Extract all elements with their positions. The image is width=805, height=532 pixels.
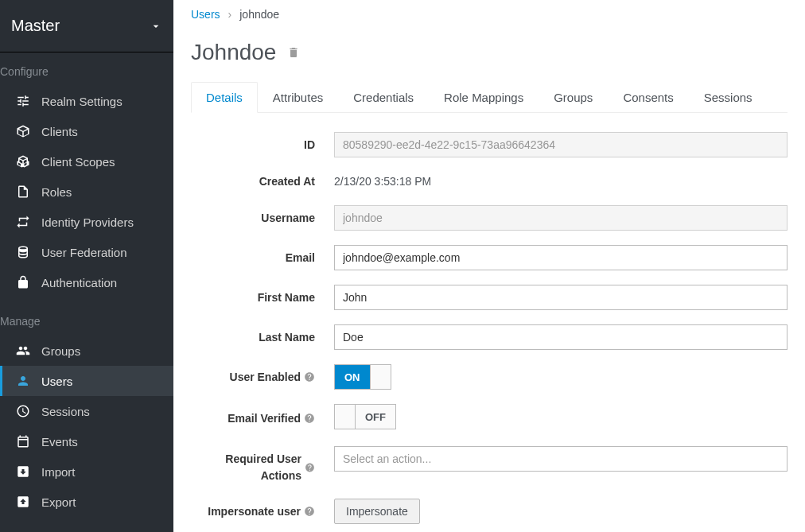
sidebar-item-label: Export [41,495,76,509]
email-verified-toggle[interactable]: OFF [334,404,396,429]
database-icon [16,245,30,259]
calendar-icon [16,434,30,449]
tab-attributes[interactable]: Attributes [258,82,338,113]
sliders-icon [16,94,30,108]
tabs: Details Attributes Credentials Role Mapp… [191,81,788,113]
sidebar-item-export[interactable]: Export [0,487,173,517]
exchange-icon [16,215,30,229]
trash-icon[interactable] [287,45,300,60]
tab-consents[interactable]: Consents [608,82,688,113]
breadcrumb: Users › johndoe [173,0,805,29]
user-enabled-label: User Enabled [230,371,301,383]
configure-header: Configure [0,52,173,86]
sidebar-item-label: Roles [41,185,72,199]
realm-selector[interactable]: Master [0,0,173,52]
last-name-label: Last Name [191,331,334,344]
last-name-field[interactable] [334,324,788,350]
sidebar-item-identity-providers[interactable]: Identity Providers [0,207,173,237]
help-icon[interactable] [305,462,315,473]
cubes-icon [16,154,30,169]
email-verified-label: Email Verified [228,412,301,425]
sidebar-item-authentication[interactable]: Authentication [0,267,173,297]
first-name-field[interactable] [334,285,788,310]
tab-groups[interactable]: Groups [539,82,608,113]
toggle-handle [335,405,356,429]
user-enabled-toggle[interactable]: ON [334,364,391,390]
page-title: Johndoe [191,40,276,65]
sidebar-item-realm-settings[interactable]: Realm Settings [0,86,173,116]
impersonate-label: Impersonate user [208,505,301,518]
sidebar-item-users[interactable]: Users [0,366,173,396]
sidebar-item-label: Authentication [41,276,117,289]
sidebar-item-clients[interactable]: Clients [0,116,173,146]
toggle-off-label: OFF [356,405,395,429]
breadcrumb-current: johndoe [239,8,279,21]
sidebar-item-label: Import [41,465,76,479]
realm-name: Master [11,17,60,35]
sidebar-item-label: Clients [41,125,78,138]
created-at-value: 2/13/20 3:53:18 PM [334,172,788,191]
sidebar-item-label: Sessions [41,405,90,418]
id-label: ID [191,138,334,151]
toggle-handle [370,365,391,389]
username-label: Username [191,212,334,224]
help-icon[interactable] [304,413,315,424]
email-field[interactable] [334,245,788,270]
sidebar-item-label: User Federation [41,246,127,259]
manage-header: Manage [0,297,173,336]
sidebar-item-label: Identity Providers [41,216,134,229]
breadcrumb-separator: › [228,8,232,21]
sidebar-item-client-scopes[interactable]: Client Scopes [0,146,173,177]
sidebar-item-events[interactable]: Events [0,426,173,456]
tab-details[interactable]: Details [191,82,258,113]
sidebar-item-user-federation[interactable]: User Federation [0,237,173,267]
users-icon [16,344,30,358]
id-field [334,132,788,157]
sidebar-item-sessions[interactable]: Sessions [0,396,173,426]
sidebar-item-roles[interactable]: Roles [0,177,173,207]
required-actions-field[interactable] [334,446,788,472]
tab-sessions[interactable]: Sessions [689,82,768,113]
sidebar-item-label: Groups [41,344,80,358]
help-icon[interactable] [304,371,315,382]
chevron-down-icon [150,20,162,33]
sidebar-item-label: Events [41,435,78,449]
username-field [334,205,788,231]
email-label: Email [191,251,334,264]
tab-credentials[interactable]: Credentials [338,82,429,113]
tab-role-mappings[interactable]: Role Mappings [429,82,539,113]
sidebar-item-label: Client Scopes [41,155,115,169]
import-icon [16,464,30,479]
help-icon[interactable] [304,506,315,517]
user-icon [16,374,30,388]
impersonate-button[interactable]: Impersonate [334,499,420,524]
sidebar-item-label: Realm Settings [41,95,122,108]
breadcrumb-root[interactable]: Users [191,8,220,21]
first-name-label: First Name [191,291,334,304]
cube-icon [16,124,30,138]
lock-icon [16,275,30,289]
clock-icon [16,404,30,418]
export-icon [16,495,30,509]
required-actions-label: Required User Actions [191,451,301,484]
sidebar-item-label: Users [41,375,72,388]
sidebar-item-groups[interactable]: Groups [0,336,173,366]
file-icon [16,184,30,199]
created-at-label: Created At [191,175,334,188]
toggle-on-label: ON [335,365,370,389]
sidebar-item-import[interactable]: Import [0,456,173,487]
